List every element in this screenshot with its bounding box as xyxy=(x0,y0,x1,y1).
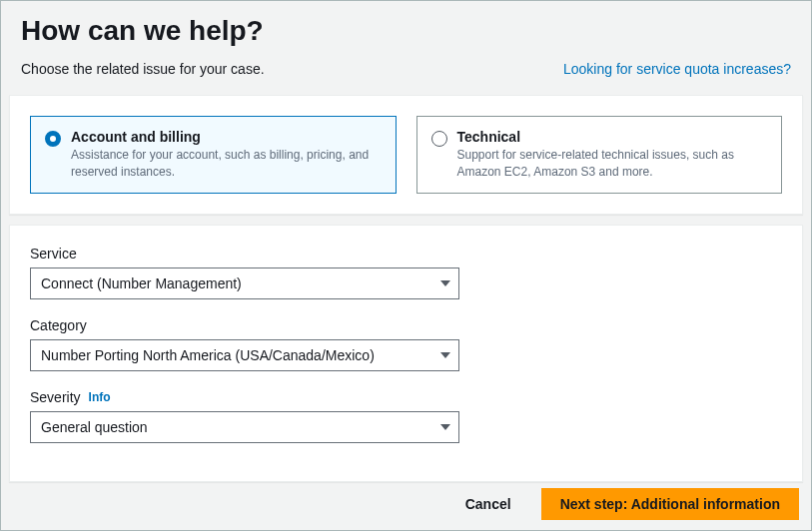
category-select[interactable]: Number Porting North America (USA/Canada… xyxy=(30,339,459,371)
severity-field: Severity Info General question xyxy=(30,389,782,443)
severity-select[interactable]: General question xyxy=(30,411,459,443)
radio-card-title: Account and billing xyxy=(71,129,382,145)
page-title: How can we help? xyxy=(21,15,791,47)
category-label: Category xyxy=(30,317,782,333)
category-field: Category Number Porting North America (U… xyxy=(30,317,782,371)
service-field: Service Connect (Number Management) xyxy=(30,246,782,299)
issue-type-technical[interactable]: Technical Support for service-related te… xyxy=(416,116,783,194)
subtitle-text: Choose the related issue for your case. xyxy=(21,61,265,77)
cancel-button[interactable]: Cancel xyxy=(447,488,529,520)
service-select[interactable]: Connect (Number Management) xyxy=(30,267,459,299)
select-value: Number Porting North America (USA/Canada… xyxy=(41,347,375,363)
radio-card-title: Technical xyxy=(457,129,768,145)
caret-down-icon xyxy=(440,280,450,286)
severity-info-link[interactable]: Info xyxy=(89,390,111,404)
radio-card-body: Technical Support for service-related te… xyxy=(457,129,768,181)
issue-type-panel: Account and billing Assistance for your … xyxy=(9,95,803,215)
severity-label-row: Severity Info xyxy=(30,389,782,405)
select-value: General question xyxy=(41,419,148,435)
quota-increase-link[interactable]: Looking for service quota increases? xyxy=(563,61,791,77)
severity-label: Severity xyxy=(30,389,81,405)
radio-card-desc: Support for service-related technical is… xyxy=(457,147,768,181)
caret-down-icon xyxy=(440,352,450,358)
details-panel: Service Connect (Number Management) Cate… xyxy=(9,225,803,482)
next-step-button[interactable]: Next step: Additional information xyxy=(541,488,799,520)
header: How can we help? Choose the related issu… xyxy=(1,1,811,85)
issue-type-radio-group: Account and billing Assistance for your … xyxy=(30,116,782,194)
subtitle-row: Choose the related issue for your case. … xyxy=(21,61,791,77)
footer-actions: Cancel Next step: Additional information xyxy=(447,480,811,530)
radio-icon xyxy=(45,131,61,147)
radio-card-desc: Assistance for your account, such as bil… xyxy=(71,147,382,181)
issue-type-account-billing[interactable]: Account and billing Assistance for your … xyxy=(30,116,397,194)
radio-card-body: Account and billing Assistance for your … xyxy=(71,129,382,181)
service-label: Service xyxy=(30,246,782,262)
radio-icon xyxy=(431,131,447,147)
select-value: Connect (Number Management) xyxy=(41,275,242,291)
caret-down-icon xyxy=(440,424,450,430)
support-case-page: How can we help? Choose the related issu… xyxy=(0,0,812,531)
